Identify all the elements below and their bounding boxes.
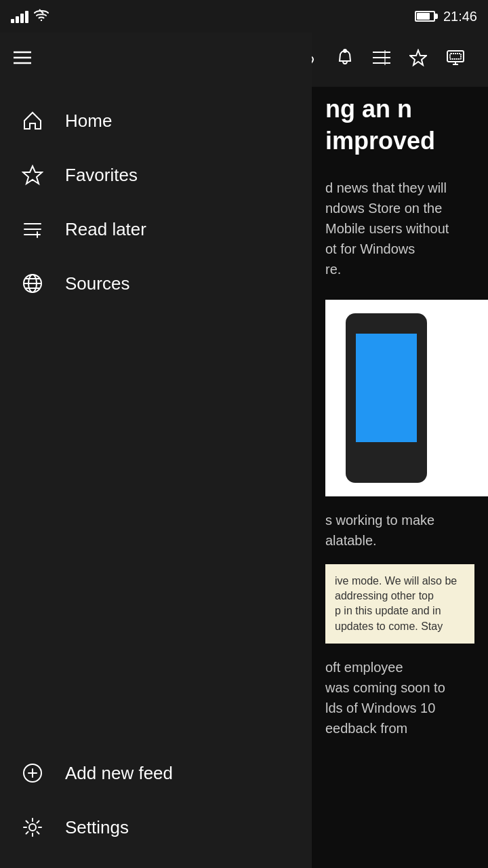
svg-marker-18 xyxy=(23,166,42,184)
sidebar-bottom: Add new feed Settings xyxy=(0,746,312,868)
cast-icon[interactable] xyxy=(436,43,474,77)
status-left xyxy=(11,9,49,24)
add-feed-icon xyxy=(20,761,45,785)
sources-label: Sources xyxy=(65,273,129,294)
svg-point-5 xyxy=(344,50,346,52)
sidebar-item-home[interactable]: Home xyxy=(0,94,312,148)
svg-rect-14 xyxy=(450,54,461,59)
clock: 21:46 xyxy=(443,9,477,24)
phone-screen xyxy=(356,334,417,442)
sidebar: Home Favorites Read later xyxy=(0,33,312,868)
settings-icon xyxy=(20,815,45,840)
sidebar-item-favorites[interactable]: Favorites xyxy=(0,148,312,202)
sidebar-item-add-feed[interactable]: Add new feed xyxy=(0,746,312,800)
favorites-label: Favorites xyxy=(65,165,138,186)
article-more: s working to make alatable. xyxy=(312,503,488,557)
sidebar-item-sources[interactable]: Sources xyxy=(0,256,312,311)
settings-label: Settings xyxy=(65,817,129,838)
article-image xyxy=(325,300,488,496)
favorites-nav-icon xyxy=(20,163,45,187)
battery-icon xyxy=(415,11,435,22)
globe-icon xyxy=(20,271,45,296)
nav-items: Home Favorites Read later xyxy=(0,87,312,746)
article-snippet: ive mode. We will also be addressing oth… xyxy=(325,564,474,644)
article-body: d news that they will ndows Store on the… xyxy=(312,164,488,293)
readlater-label: Read later xyxy=(65,219,146,240)
signal-icon xyxy=(11,9,28,23)
svg-point-32 xyxy=(29,824,36,831)
article-heading: ng an n improved xyxy=(312,87,488,164)
favorites-icon[interactable] xyxy=(400,42,436,77)
home-icon xyxy=(20,108,45,133)
svg-marker-10 xyxy=(410,50,426,65)
sidebar-toolbar xyxy=(0,33,312,87)
feed-icon[interactable] xyxy=(363,43,400,76)
sidebar-item-read-later[interactable]: Read later xyxy=(0,202,312,256)
content-area: ng an n improved d news that they will n… xyxy=(312,87,488,868)
svg-point-0 xyxy=(41,19,42,20)
sidebar-hamburger-button[interactable] xyxy=(14,51,31,68)
status-bar: 21:46 xyxy=(0,0,488,33)
phone-illustration xyxy=(346,313,427,483)
notification-icon[interactable] xyxy=(327,42,363,77)
add-feed-label: Add new feed xyxy=(65,763,173,784)
readlater-icon xyxy=(20,217,45,241)
status-right: 21:46 xyxy=(415,9,477,24)
article-end: oft employee was coming soon to lds of W… xyxy=(312,650,488,745)
home-label: Home xyxy=(65,111,112,132)
sidebar-item-settings[interactable]: Settings xyxy=(0,800,312,854)
wifi-icon xyxy=(34,9,49,24)
